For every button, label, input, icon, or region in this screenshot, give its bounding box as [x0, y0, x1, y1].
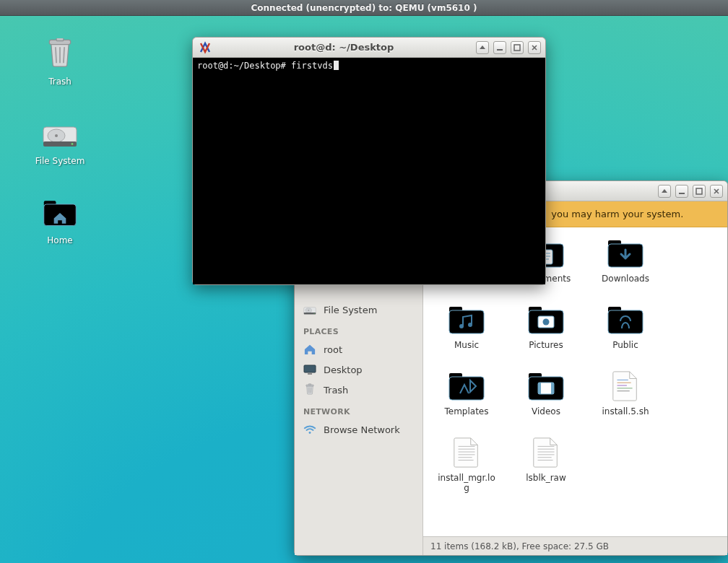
desktop-area[interactable]: Connected (unencrypted) to: QEMU (vm5610… [0, 0, 728, 563]
file-label: Public [612, 340, 638, 350]
window-minimize-button[interactable] [493, 41, 506, 54]
folder-vid-icon [526, 370, 566, 402]
file-item[interactable]: Downloads [597, 237, 654, 284]
wifi-icon [303, 423, 316, 436]
folder-public-icon [605, 304, 646, 336]
desktop-icon-label: Trash [48, 77, 72, 87]
connection-text: Connected (unencrypted) to: QEMU (vm5610… [251, 3, 477, 13]
desktop-icon [303, 363, 316, 376]
desktop-icon-trash[interactable]: Trash [13, 36, 107, 87]
warning-text: you may harm your system. [551, 209, 683, 219]
desktop-icon-label: File System [35, 156, 85, 166]
folder-music-icon [446, 304, 487, 336]
sidebar-item-root[interactable]: root [295, 339, 422, 359]
file-item[interactable]: Music [438, 304, 495, 350]
window-maximize-button[interactable] [693, 185, 706, 198]
svg-rect-14 [304, 365, 316, 372]
drive-icon [303, 303, 316, 316]
svg-rect-12 [679, 193, 685, 194]
file-item[interactable]: install_mgr.log [438, 437, 495, 493]
trash-icon [42, 36, 78, 72]
file-item[interactable]: Templates [438, 370, 495, 416]
window-maximize-button[interactable] [511, 41, 524, 54]
file-label: install_mgr.log [438, 473, 495, 493]
terminal-cursor [334, 61, 339, 70]
svg-rect-15 [308, 373, 312, 375]
terminal-title: root@d: ~/Desktop [216, 42, 472, 53]
terminal-titlebar[interactable]: root@d: ~/Desktop [193, 38, 545, 58]
sidebar-item-trash[interactable]: Trash [295, 380, 422, 400]
sidebar-item-label: root [324, 344, 342, 355]
sidebar-item-label: File System [324, 305, 377, 315]
file-label: Pictures [529, 340, 563, 350]
file-label: Videos [532, 406, 560, 416]
terminal-body[interactable]: root@d:~/Desktop# firstvds [193, 58, 545, 284]
sidebar-item-desktop[interactable]: Desktop [295, 359, 422, 380]
desktop-icon-filesystem[interactable]: File System [13, 115, 107, 166]
file-item[interactable]: Videos [517, 370, 575, 416]
desktop-icon-label: Home [47, 235, 72, 245]
terminal-app-icon [199, 41, 212, 54]
home-icon [303, 343, 316, 356]
sidebar-heading-places: PLACES [295, 320, 422, 339]
window-close-button[interactable] [528, 41, 541, 54]
terminal-input: firstvds [291, 61, 333, 71]
file-item[interactable]: Pictures [517, 304, 575, 350]
folder-pics-icon [526, 304, 566, 336]
svg-rect-29 [551, 383, 554, 394]
sidebar-heading-network: NETWORK [295, 400, 422, 419]
svg-point-23 [459, 324, 464, 328]
status-bar: 11 items (168.2 kB), Free space: 27.5 GB [423, 536, 727, 555]
folder-tmpl-icon [446, 370, 487, 402]
sidebar-item-filesystem[interactable]: File System [295, 300, 422, 320]
svg-rect-13 [696, 188, 702, 194]
status-text: 11 items (168.2 kB), Free space: 27.5 GB [430, 541, 609, 551]
window-up-button[interactable] [476, 41, 489, 54]
svg-rect-47 [497, 49, 503, 51]
sidebar-item-browse-network[interactable]: Browse Network [295, 419, 422, 440]
file-label: lsblk_raw [526, 473, 566, 483]
svg-point-26 [543, 319, 550, 326]
svg-point-16 [309, 432, 311, 434]
sidebar-item-label: Browse Network [324, 424, 400, 435]
sidebar-item-label: Trash [324, 385, 348, 396]
file-text-icon [526, 437, 566, 468]
terminal-window[interactable]: root@d: ~/Desktop root@d:~/Desktop# firs… [192, 37, 546, 285]
file-label: Music [454, 340, 479, 350]
file-label: Downloads [602, 274, 649, 284]
svg-point-24 [468, 323, 472, 327]
window-close-button[interactable] [710, 185, 723, 198]
file-item[interactable]: Public [597, 304, 654, 350]
folder-down-icon [605, 237, 646, 269]
window-up-button[interactable] [658, 185, 671, 198]
window-minimize-button[interactable] [675, 185, 688, 198]
desktop-icon-home[interactable]: Home [13, 195, 107, 245]
file-item[interactable]: install.5.sh [597, 370, 654, 416]
file-item[interactable]: lsblk_raw [517, 437, 575, 493]
svg-rect-48 [514, 45, 520, 51]
terminal-prompt: root@d:~/Desktop# [197, 61, 286, 71]
svg-rect-28 [538, 383, 541, 394]
desktop-icons: Trash File System Home [13, 36, 107, 274]
file-label: Templates [444, 406, 488, 416]
connection-bar: Connected (unencrypted) to: QEMU (vm5610… [0, 0, 728, 16]
sidebar-item-label: Desktop [324, 365, 363, 375]
trash-icon [303, 383, 316, 396]
file-script-icon [605, 370, 646, 402]
drive-icon [42, 115, 78, 152]
file-label: install.5.sh [602, 406, 649, 416]
file-text-icon [446, 437, 487, 468]
folder-home-icon [42, 195, 78, 231]
